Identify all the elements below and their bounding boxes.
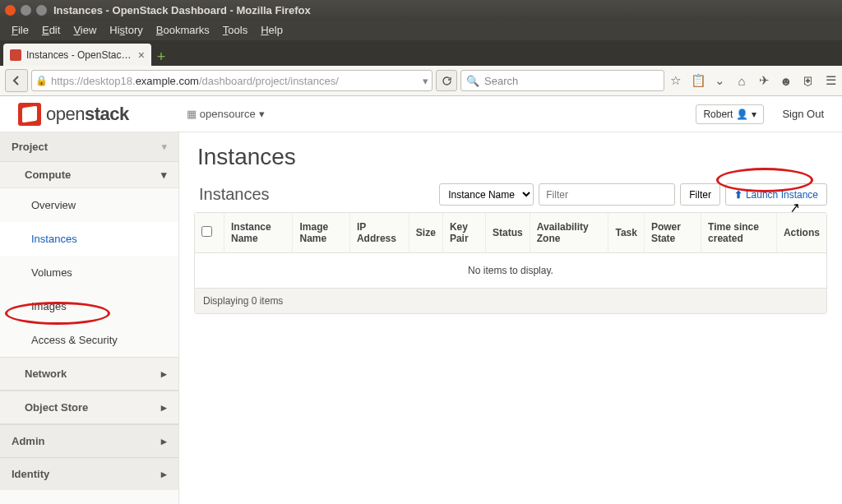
sidebar-label: Admin — [12, 435, 44, 447]
search-bar[interactable]: 🔍 Search — [460, 70, 664, 91]
chevron-right-icon: ▸ — [161, 435, 167, 447]
filter-button[interactable]: Filter — [680, 183, 720, 206]
menu-file[interactable]: File — [5, 21, 35, 39]
sidebar-section-network[interactable]: Network▸ — [0, 357, 178, 391]
user-name: Robert — [703, 109, 733, 120]
empty-message: No items to display. — [195, 253, 826, 289]
page-title: Instances — [197, 144, 827, 170]
sidebar-label: Network — [25, 368, 67, 380]
select-all-header — [195, 213, 224, 253]
col-ip-address: IP Address — [350, 213, 409, 253]
brand-text: openstack — [46, 104, 129, 125]
chevron-down-icon: ▾ — [752, 109, 756, 120]
url-text: https://desktop18.example.com/dashboard/… — [51, 75, 339, 87]
col-actions: Actions — [777, 213, 826, 253]
col-key-pair: Key Pair — [443, 213, 486, 253]
project-picker[interactable]: ▦ opensource ▾ — [187, 108, 265, 120]
browser-navbar: 🔒 https://desktop18.example.com/dashboar… — [0, 66, 842, 96]
launch-instance-button[interactable]: ⬆ Launch Instance — [725, 183, 827, 206]
sidebar-item-access-security[interactable]: Access & Security — [0, 323, 178, 357]
sidebar: Project▾ Compute▾ Overview Instances Vol… — [0, 132, 179, 504]
tab-close-icon[interactable]: × — [138, 49, 145, 62]
col-availability-zone: Availability Zone — [530, 213, 609, 253]
lock-icon: 🔒 — [35, 75, 48, 86]
instances-table: Instance Name Image Name IP Address Size… — [194, 212, 827, 314]
chevron-down-icon: ▾ — [162, 141, 167, 152]
menu-view[interactable]: View — [67, 21, 103, 39]
sidebar-item-volumes[interactable]: Volumes — [0, 256, 178, 289]
col-status: Status — [486, 213, 530, 253]
search-placeholder: Search — [484, 75, 518, 87]
window-titlebar: Instances - OpenStack Dashboard - Mozill… — [0, 0, 842, 20]
clipboard-icon[interactable]: 📋 — [691, 73, 704, 88]
chevron-right-icon: ▸ — [161, 401, 167, 414]
menu-tools[interactable]: Tools — [216, 21, 254, 39]
url-dropdown-icon[interactable]: ▾ — [423, 75, 428, 87]
tab-title: Instances - OpenStac… — [26, 49, 131, 61]
panel-title: Instances — [199, 185, 270, 204]
menu-edit[interactable]: Edit — [35, 21, 67, 39]
url-bar[interactable]: 🔒 https://desktop18.example.com/dashboar… — [31, 70, 433, 91]
user-menu-button[interactable]: Robert 👤 ▾ — [696, 104, 764, 124]
window-minimize-button[interactable] — [21, 5, 31, 16]
menu-history[interactable]: History — [103, 21, 149, 39]
window-maximize-button[interactable] — [36, 5, 47, 16]
sidebar-section-object-store[interactable]: Object Store▸ — [0, 391, 178, 424]
new-tab-button[interactable]: + — [151, 48, 171, 66]
menu-bookmarks[interactable]: Bookmarks — [150, 21, 216, 39]
user-icon: 👤 — [736, 109, 748, 120]
shield-icon[interactable]: ⛨ — [802, 74, 815, 88]
openstack-logo-icon — [18, 103, 41, 126]
window-close-button[interactable] — [5, 5, 16, 16]
arrow-left-icon — [11, 75, 22, 86]
col-time-since-created: Time since created — [701, 213, 777, 253]
sidebar-label: Project — [12, 141, 48, 153]
reload-button[interactable] — [436, 70, 457, 91]
panel-header: Instances Instance Name Filter ⬆ Launch … — [194, 183, 827, 206]
browser-tab[interactable]: Instances - OpenStac… × — [3, 44, 151, 66]
sidebar-section-compute[interactable]: Compute▾ — [0, 162, 178, 188]
sidebar-item-instances[interactable]: Instances — [0, 222, 178, 256]
home-icon[interactable]: ⌂ — [735, 74, 748, 88]
browser-tabstrip: Instances - OpenStac… × + — [0, 40, 842, 66]
chevron-down-icon: ▾ — [259, 108, 265, 120]
main-content: Instances Instances Instance Name Filter… — [179, 132, 842, 504]
filter-input[interactable] — [539, 183, 675, 206]
sidebar-section-project[interactable]: Project▾ — [0, 132, 178, 162]
sidebar-item-overview[interactable]: Overview — [0, 188, 178, 222]
sign-out-link[interactable]: Sign Out — [782, 108, 824, 120]
browser-menubar: File Edit View History Bookmarks Tools H… — [0, 20, 842, 40]
project-name: opensource — [200, 108, 256, 120]
brand-logo[interactable]: openstack — [18, 103, 129, 126]
sidebar-label: Compute — [25, 169, 71, 181]
table-footer: Displaying 0 items — [195, 289, 826, 313]
col-task: Task — [608, 213, 644, 253]
chat-icon[interactable]: ☻ — [780, 74, 793, 88]
col-instance-name: Instance Name — [224, 213, 293, 253]
chevron-right-icon: ▸ — [161, 468, 167, 480]
sidebar-section-identity[interactable]: Identity▸ — [0, 457, 178, 490]
col-power-state: Power State — [645, 213, 701, 253]
star-icon[interactable]: ☆ — [669, 73, 682, 88]
back-button[interactable] — [5, 69, 28, 92]
sidebar-section-admin[interactable]: Admin▸ — [0, 424, 178, 457]
dashboard-header: openstack ▦ opensource ▾ Robert 👤 ▾ Sign… — [0, 96, 842, 132]
chevron-down-icon: ▾ — [161, 169, 167, 181]
toolbar-icons: ☆ 📋 ⌄ ⌂ ✈ ☻ ⛨ ☰ — [669, 73, 837, 88]
sidebar-item-images[interactable]: Images — [0, 289, 178, 323]
favicon-icon — [10, 49, 21, 61]
col-size: Size — [409, 213, 443, 253]
project-icon: ▦ — [187, 108, 197, 120]
window-title: Instances - OpenStack Dashboard - Mozill… — [53, 4, 311, 16]
select-all-checkbox[interactable] — [201, 226, 212, 237]
send-icon[interactable]: ✈ — [757, 73, 770, 88]
launch-instance-label: Launch Instance — [746, 189, 818, 201]
upload-icon: ⬆ — [734, 189, 743, 201]
reload-icon — [442, 76, 452, 86]
col-image-name: Image Name — [293, 213, 349, 253]
filter-field-select[interactable]: Instance Name — [439, 183, 534, 206]
menu-help[interactable]: Help — [254, 21, 289, 39]
hamburger-icon[interactable]: ☰ — [824, 73, 837, 88]
pocket-icon[interactable]: ⌄ — [713, 73, 726, 88]
search-icon: 🔍 — [466, 75, 479, 87]
